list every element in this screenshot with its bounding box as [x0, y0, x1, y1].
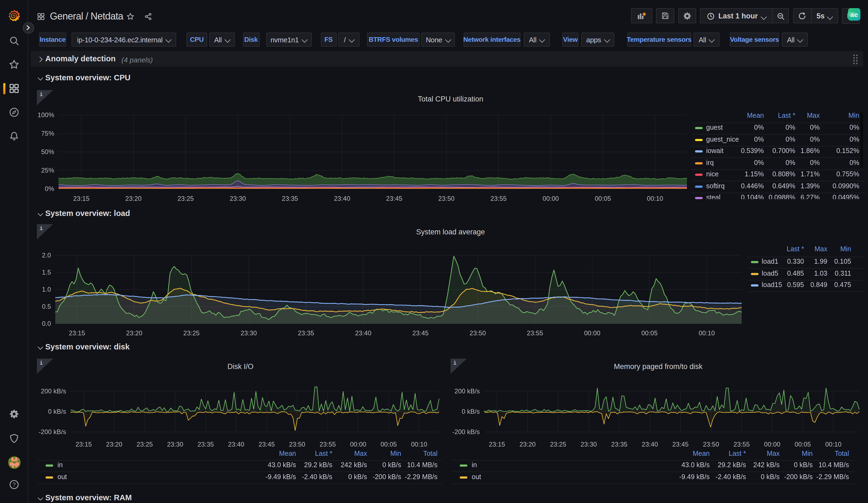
svg-text:00:05: 00:05: [381, 441, 397, 448]
svg-text:23:35: 23:35: [298, 329, 314, 337]
svg-text:00:00: 00:00: [584, 329, 600, 337]
svg-text:23:30: 23:30: [241, 329, 257, 337]
svg-text:23:15: 23:15: [69, 329, 85, 337]
svg-text:23:20: 23:20: [106, 441, 122, 448]
svg-text:23:25: 23:25: [550, 441, 566, 448]
svg-text:25%: 25%: [41, 167, 54, 174]
svg-text:23:35: 23:35: [611, 441, 628, 448]
svg-text:00:05: 00:05: [795, 441, 811, 448]
svg-text:75%: 75%: [41, 130, 54, 137]
svg-text:23:30: 23:30: [581, 441, 597, 448]
svg-text:23:45: 23:45: [412, 329, 428, 337]
svg-text:100%: 100%: [38, 111, 54, 119]
svg-text:23:35: 23:35: [198, 441, 214, 448]
svg-text:00:00: 00:00: [764, 441, 781, 448]
svg-text:23:40: 23:40: [355, 329, 371, 337]
svg-text:00:00: 00:00: [350, 441, 366, 448]
svg-text:0 kB/s: 0 kB/s: [48, 408, 66, 415]
svg-text:1.5: 1.5: [42, 269, 51, 276]
svg-text:00:10: 00:10: [825, 441, 841, 448]
svg-text:200 kB/s: 200 kB/s: [455, 388, 480, 395]
svg-text:23:25: 23:25: [183, 329, 199, 337]
svg-text:23:55: 23:55: [734, 441, 750, 448]
svg-text:23:30: 23:30: [230, 195, 246, 202]
svg-text:23:25: 23:25: [137, 441, 153, 448]
svg-text:00:10: 00:10: [647, 195, 663, 202]
svg-text:23:20: 23:20: [125, 195, 142, 202]
svg-text:0.5: 0.5: [42, 303, 51, 310]
svg-text:23:25: 23:25: [177, 195, 194, 202]
svg-text:00:05: 00:05: [641, 329, 658, 337]
svg-text:23:15: 23:15: [489, 441, 505, 448]
svg-text:23:30: 23:30: [167, 441, 183, 448]
svg-text:0.0: 0.0: [42, 320, 51, 327]
svg-text:00:05: 00:05: [595, 195, 611, 202]
svg-text:00:10: 00:10: [411, 441, 427, 448]
svg-text:-200 kB/s: -200 kB/s: [39, 428, 66, 435]
svg-text:23:45: 23:45: [672, 441, 689, 448]
svg-text:23:40: 23:40: [228, 441, 244, 448]
svg-text:23:35: 23:35: [282, 195, 298, 202]
svg-text:23:45: 23:45: [386, 195, 402, 202]
svg-text:23:40: 23:40: [334, 195, 350, 202]
svg-text:1.0: 1.0: [42, 286, 51, 293]
svg-text:00:00: 00:00: [543, 195, 559, 202]
svg-text:23:50: 23:50: [438, 195, 455, 202]
svg-text:2.0: 2.0: [42, 252, 51, 259]
svg-text:23:20: 23:20: [126, 329, 142, 337]
svg-text:23:15: 23:15: [76, 441, 92, 448]
svg-text:0 kB/s: 0 kB/s: [462, 408, 480, 415]
svg-text:200 kB/s: 200 kB/s: [41, 388, 66, 395]
svg-text:50%: 50%: [41, 148, 54, 155]
svg-text:-200 kB/s: -200 kB/s: [453, 428, 480, 435]
svg-text:0%: 0%: [45, 185, 54, 192]
svg-text:23:15: 23:15: [73, 195, 90, 202]
svg-text:00:10: 00:10: [699, 329, 715, 337]
svg-text:23:50: 23:50: [289, 441, 305, 448]
svg-text:23:50: 23:50: [469, 329, 486, 337]
svg-text:23:50: 23:50: [703, 441, 719, 448]
svg-text:23:40: 23:40: [642, 441, 658, 448]
svg-text:23:55: 23:55: [320, 441, 336, 448]
svg-text:ae: ae: [850, 10, 858, 19]
svg-text:23:55: 23:55: [490, 195, 507, 202]
svg-text:23:20: 23:20: [519, 441, 536, 448]
svg-text:23:55: 23:55: [527, 329, 543, 337]
svg-text:23:45: 23:45: [259, 441, 275, 448]
